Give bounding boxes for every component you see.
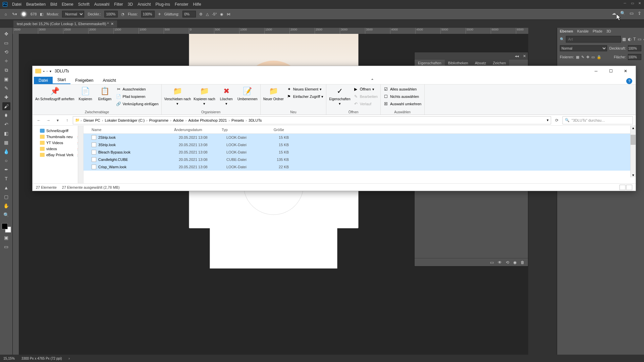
pen-tool-icon[interactable]: ✒ — [2, 166, 10, 174]
mask-density-icon[interactable]: ▭ — [490, 260, 494, 265]
share-icon[interactable]: ⇪ — [638, 11, 641, 16]
panel-collapse-icon[interactable]: ◂◂ — [515, 54, 519, 58]
lasso-tool-icon[interactable]: ⟲ — [2, 48, 10, 56]
lock-paint-icon[interactable]: ✎ — [581, 55, 584, 59]
lock-transparency-icon[interactable]: ▦ — [576, 55, 579, 59]
invert-selection-button[interactable]: ☒Auswahl umkehren — [383, 101, 422, 107]
workspace-icon[interactable]: ▭ — [630, 11, 634, 16]
col-name[interactable]: Name — [92, 128, 174, 132]
tree-scrollbar[interactable] — [78, 126, 83, 183]
mask-delete-icon[interactable]: 🗑 — [521, 260, 525, 265]
ribbontab-datei[interactable]: Datei — [34, 77, 53, 84]
close-icon[interactable]: ✕ — [637, 1, 642, 5]
document-tab[interactable]: test.psdc bei 15,2% (Color Lookup 1, Ebe… — [13, 20, 117, 27]
airbrush-icon[interactable]: ✈ — [158, 12, 161, 16]
file-row[interactable]: Candlelight.CUBE20.05.2021 13:08CUBE-Dat… — [84, 156, 636, 163]
new-folder-button[interactable]: 📁Neuer Ordner — [263, 86, 284, 101]
cut-button[interactable]: ✂Ausschneiden — [116, 86, 159, 93]
screenmode-icon[interactable]: ▭ — [2, 243, 10, 251]
cloud-docs-icon[interactable]: ☁ — [612, 11, 616, 16]
explorer-minimize-icon[interactable]: ─ — [589, 66, 603, 76]
bc-item[interactable]: Adobe Photoshop 2021 — [187, 118, 228, 122]
select-none-button[interactable]: ☐Nichts auswählen — [383, 93, 422, 100]
paste-button[interactable]: 📋 Einfügen — [97, 86, 113, 101]
history-brush-icon[interactable]: ↶ — [2, 120, 10, 128]
breadcrumb[interactable]: 📁 › Dieser PC› Lokaler Datenträger (C:)›… — [73, 116, 551, 124]
menu-auswahl[interactable]: Auswahl — [94, 2, 109, 7]
qat-properties-icon[interactable]: ▪ — [43, 69, 45, 73]
ribbontab-freigeben[interactable]: Freigeben — [70, 77, 98, 84]
scroll-down-icon[interactable]: ▾ — [631, 173, 636, 177]
bc-item[interactable]: 3DLUTs — [248, 118, 263, 122]
close-tab-icon[interactable]: ✕ — [111, 22, 114, 26]
filter-search-icon[interactable]: 🔍 — [560, 37, 565, 42]
ribbontab-start[interactable]: Start — [53, 76, 70, 84]
menu-3d[interactable]: 3D — [128, 2, 133, 7]
explorer-search[interactable]: 🔍 "3DLUTs" durchsu… — [562, 116, 633, 124]
blur-tool-icon[interactable]: 💧 — [2, 147, 10, 156]
layer-filter-input[interactable] — [566, 36, 621, 43]
col-size[interactable]: Größe — [261, 128, 284, 132]
file-row[interactable]: 3Strip.look20.05.2021 13:08LOOK-Datei15 … — [84, 141, 636, 148]
smoothing-gear-icon[interactable]: ⚙ — [199, 12, 203, 16]
delete-button[interactable]: ✖Löschen▾ — [218, 86, 235, 106]
col-date[interactable]: Änderungsdatum — [174, 128, 222, 132]
tab-zeichen[interactable]: Zeichen — [489, 60, 509, 66]
tab-eigenschaften[interactable]: Eigenschaften — [415, 60, 445, 66]
file-scrollbar[interactable]: ▴ ▾ — [630, 126, 636, 177]
filter-type-icon[interactable]: T — [633, 37, 636, 42]
file-columns[interactable]: Name Änderungsdatum Typ Größe — [84, 126, 636, 134]
copy-button[interactable]: 📄 Kopieren — [77, 86, 94, 101]
filter-shape-icon[interactable]: ▭ — [638, 37, 641, 42]
maximize-icon[interactable]: ▭ — [630, 1, 635, 5]
symmetry-icon[interactable]: ⋈ — [227, 12, 230, 16]
eraser-tool-icon[interactable]: ◧ — [2, 129, 10, 137]
tree-item[interactable]: Thumbnails neu📌 — [34, 134, 82, 140]
scroll-thumb[interactable] — [631, 135, 636, 145]
open-button[interactable]: ▶Öffnen ▾ — [353, 86, 378, 93]
frame-tool-icon[interactable]: ▣ — [2, 75, 10, 83]
rename-button[interactable]: 📝Umbenennen — [237, 86, 258, 101]
explorer-titlebar[interactable]: ▪ ▫ ▾ 3DLUTs ─ ☐ ✕ — [33, 66, 636, 76]
explorer-maximize-icon[interactable]: ☐ — [603, 66, 618, 76]
file-row[interactable]: 2Strip.look20.05.2021 13:08LOOK-Datei15 … — [84, 134, 636, 141]
view-details-icon[interactable] — [620, 185, 626, 190]
angle-value[interactable]: -5° — [212, 12, 217, 16]
layer-opacity-input[interactable] — [628, 45, 641, 51]
pin-quickaccess-button[interactable]: 📌 An Schnellzugriff anheften — [35, 86, 74, 101]
scroll-up-icon[interactable]: ▴ — [631, 126, 636, 130]
select-all-button[interactable]: ☑Alles auswählen — [383, 86, 422, 93]
hand-tool-icon[interactable]: ✋ — [2, 202, 10, 210]
lock-artboard-icon[interactable]: ▭ — [591, 55, 595, 59]
bc-item[interactable]: Dieser PC — [83, 118, 101, 122]
file-row[interactable]: Crisp_Warm.look20.05.2021 13:08LOOK-Date… — [84, 163, 636, 171]
mask-apply-icon[interactable]: ◉ — [513, 260, 517, 265]
home-icon[interactable]: ⌂ — [3, 11, 9, 17]
brush-preview-icon[interactable] — [20, 11, 27, 17]
new-item-button[interactable]: ✦Neues Element ▾ — [286, 86, 324, 93]
easy-access-button[interactable]: ⚑Einfacher Zugriff ▾ — [286, 93, 324, 100]
tab-pfade[interactable]: Pfade — [593, 29, 602, 33]
path-select-icon[interactable]: ▲ — [2, 184, 10, 192]
fluss-input[interactable] — [141, 11, 155, 17]
pressure-size-icon[interactable]: ◉ — [220, 12, 223, 16]
minimize-icon[interactable]: ─ — [623, 1, 627, 5]
nav-recent-icon[interactable]: ▾ — [54, 117, 61, 124]
panel-close-icon[interactable]: ✕ — [523, 54, 526, 58]
tree-item[interactable]: YT Videos📌 — [34, 140, 82, 146]
brush-tool-icon[interactable]: 🖌 — [2, 102, 10, 110]
mask-invert-icon[interactable]: ⟲ — [506, 260, 509, 265]
filter-adjust-icon[interactable]: ◐ — [628, 37, 631, 42]
wand-tool-icon[interactable]: ✧ — [2, 57, 10, 65]
file-row[interactable]: Bleach Bypass.look20.05.2021 13:08LOOK-D… — [84, 148, 636, 156]
filter-pixel-icon[interactable]: ▦ — [622, 37, 626, 42]
modus-select[interactable]: Normal — [62, 11, 84, 17]
ribbontab-ansicht[interactable]: Ansicht — [98, 77, 120, 84]
status-arrow-icon[interactable]: › — [69, 357, 70, 360]
help-icon[interactable]: ? — [626, 78, 632, 84]
tab-kanaele[interactable]: Kanäle — [577, 29, 589, 33]
eyedropper-tool-icon[interactable]: ✎ — [2, 84, 10, 92]
zoom-level[interactable]: 15,15% — [3, 357, 15, 360]
blend-mode-select[interactable]: Normal — [560, 45, 607, 51]
copy-path-button[interactable]: 📄Pfad kopieren — [116, 93, 159, 100]
